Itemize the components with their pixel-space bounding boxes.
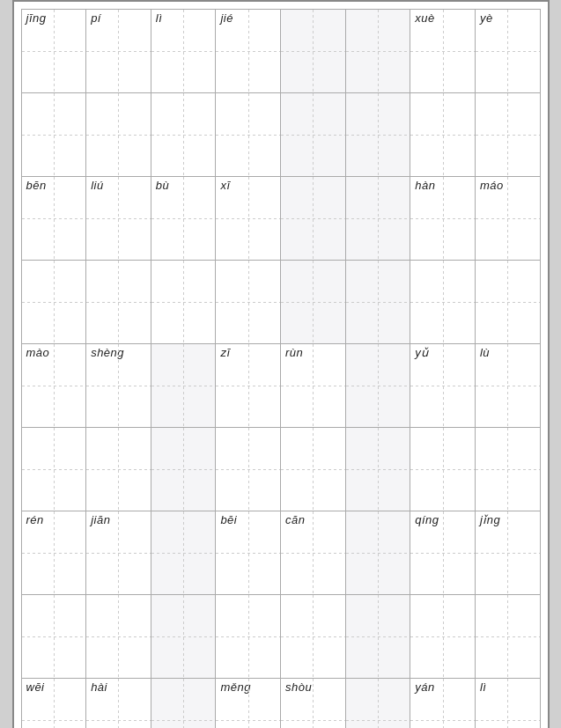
- pinyin-r3-c0: rén: [22, 510, 48, 528]
- cell-write-r0-c5: [346, 93, 411, 177]
- pinyin-r0-c6: xuè: [410, 8, 439, 26]
- cell-label-r0-c5: [346, 10, 411, 93]
- pinyin-r3-c7: jǐng: [476, 510, 505, 528]
- cell-write-r0-c6: [410, 93, 476, 177]
- pinyin-r1-c7: máo: [476, 175, 508, 194]
- pinyin-r1-c3: xī: [216, 175, 234, 194]
- cell-label-r3-c7: jǐng: [476, 511, 541, 595]
- cell-label-r1-c4: [281, 177, 346, 261]
- cell-write-r3-c6: [410, 595, 476, 679]
- cell-label-r1-c6: hàn: [410, 177, 476, 261]
- pinyin-r2-c1: shèng: [86, 342, 129, 361]
- cell-label-r0-c4: [281, 10, 346, 93]
- cell-label-r2-c3: zī: [216, 344, 281, 428]
- pinyin-r2-c0: mào: [22, 342, 55, 361]
- pinyin-r1-c0: bēn: [22, 175, 51, 194]
- cell-label-r4-c7: lì: [476, 679, 541, 728]
- pinyin-r3-c4: căn: [281, 510, 309, 528]
- pinyin-r2-c7: lù: [476, 342, 494, 361]
- cell-label-r3-c4: căn: [281, 511, 346, 595]
- cell-write-r0-c4: [281, 93, 346, 177]
- cell-label-r4-c2: [151, 679, 217, 728]
- cell-label-r2-c5: [346, 344, 411, 428]
- cell-label-r4-c5: [346, 679, 411, 728]
- cell-label-r1-c1: liú: [86, 177, 151, 261]
- pinyin-r0-c3: jié: [216, 8, 238, 26]
- character-grid: jīngpílìjiéxuèyèbēnliúbùxīhànmáomàoshèng…: [21, 9, 541, 728]
- cell-write-r0-c0: [22, 93, 87, 177]
- cell-label-r1-c5: [346, 177, 411, 261]
- cell-write-r3-c4: [281, 595, 346, 679]
- cell-label-r4-c4: shòu: [281, 679, 346, 728]
- cell-write-r1-c4: [281, 261, 346, 344]
- cell-label-r2-c2: [151, 344, 217, 428]
- cell-write-r3-c7: [476, 595, 541, 679]
- cell-write-r1-c3: [216, 261, 281, 344]
- pinyin-r0-c0: jīng: [22, 8, 51, 26]
- pinyin-r2-c6: yǔ: [410, 342, 433, 361]
- cell-write-r2-c0: [22, 428, 87, 511]
- pinyin-r4-c7: lì: [476, 677, 491, 695]
- cell-write-r1-c2: [151, 261, 217, 344]
- pinyin-r0-c7: yè: [476, 8, 498, 26]
- worksheet-page: jīngpílìjiéxuèyèbēnliúbùxīhànmáomàoshèng…: [12, 0, 550, 728]
- cell-label-r4-c0: wēi: [22, 679, 87, 728]
- cell-label-r3-c2: [151, 511, 217, 595]
- cell-label-r2-c4: rùn: [281, 344, 346, 428]
- pinyin-r1-c6: hàn: [410, 175, 439, 194]
- cell-write-r3-c2: [151, 595, 217, 679]
- cell-write-r2-c7: [476, 428, 541, 511]
- cell-label-r2-c6: yǔ: [410, 344, 476, 428]
- cell-label-r0-c1: pí: [86, 10, 151, 93]
- cell-label-r4-c6: yán: [410, 679, 476, 728]
- pinyin-r2-c3: zī: [216, 342, 234, 361]
- cell-label-r1-c7: máo: [476, 177, 541, 261]
- pinyin-r3-c6: qíng: [410, 510, 443, 528]
- pinyin-r4-c0: wēi: [22, 677, 49, 695]
- cell-write-r3-c0: [22, 595, 87, 679]
- cell-label-r3-c3: bēi: [216, 511, 281, 595]
- cell-label-r4-c3: měng: [216, 679, 281, 728]
- cell-label-r3-c1: jiān: [86, 511, 151, 595]
- pinyin-r3-c3: bēi: [216, 510, 241, 528]
- cell-write-r3-c3: [216, 595, 281, 679]
- pinyin-r0-c2: lì: [151, 8, 167, 26]
- cell-write-r1-c5: [346, 261, 411, 344]
- cell-label-r3-c0: rén: [22, 511, 87, 595]
- pinyin-r4-c4: shòu: [281, 677, 316, 695]
- cell-write-r1-c1: [86, 261, 151, 344]
- pinyin-r4-c6: yán: [410, 677, 439, 695]
- cell-label-r2-c1: shèng: [86, 344, 151, 428]
- cell-label-r0-c6: xuè: [410, 10, 476, 93]
- cell-write-r1-c6: [410, 261, 476, 344]
- cell-label-r3-c6: qíng: [410, 511, 476, 595]
- pinyin-r4-c1: hài: [86, 677, 112, 695]
- cell-label-r0-c0: jīng: [22, 10, 87, 93]
- cell-write-r3-c1: [86, 595, 151, 679]
- cell-write-r1-c0: [22, 261, 87, 344]
- cell-write-r0-c3: [216, 93, 281, 177]
- pinyin-r0-c1: pí: [86, 8, 106, 26]
- cell-write-r2-c2: [151, 428, 217, 511]
- cell-write-r2-c6: [410, 428, 476, 511]
- cell-write-r2-c1: [86, 428, 151, 511]
- cell-write-r0-c1: [86, 93, 151, 177]
- cell-label-r2-c0: mào: [22, 344, 87, 428]
- cell-write-r2-c4: [281, 428, 346, 511]
- cell-write-r2-c5: [346, 428, 411, 511]
- cell-label-r0-c3: jié: [216, 10, 281, 93]
- pinyin-r4-c3: měng: [216, 677, 255, 695]
- cell-write-r3-c5: [346, 595, 411, 679]
- pinyin-r2-c4: rùn: [281, 342, 307, 361]
- cell-write-r2-c3: [216, 428, 281, 511]
- pinyin-r3-c1: jiān: [86, 510, 114, 528]
- cell-label-r3-c5: [346, 511, 411, 595]
- pinyin-r1-c2: bù: [151, 175, 173, 194]
- cell-label-r4-c1: hài: [86, 679, 151, 728]
- cell-label-r0-c7: yè: [476, 10, 541, 93]
- cell-write-r1-c7: [476, 261, 541, 344]
- cell-label-r2-c7: lù: [476, 344, 541, 428]
- cell-write-r0-c7: [476, 93, 541, 177]
- cell-label-r0-c2: lì: [151, 10, 217, 93]
- cell-write-r0-c2: [151, 93, 217, 177]
